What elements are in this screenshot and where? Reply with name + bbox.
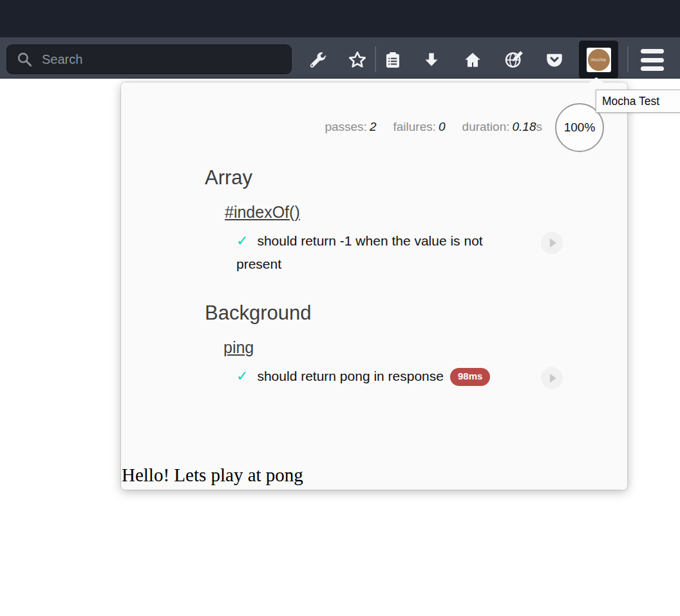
toolbar-separator: [627, 46, 628, 72]
replay-test-button[interactable]: [541, 367, 563, 389]
web-annotate-extension-button[interactable]: [500, 41, 528, 79]
stat-passes: passes:2: [325, 120, 376, 134]
test-row[interactable]: ✓should return -1 when the value is not …: [236, 229, 523, 276]
menu-button[interactable]: [641, 49, 664, 75]
toolbar-separator: [375, 46, 376, 72]
tooltip: Mocha Test: [596, 90, 680, 113]
browser-window: mocha passes:2 failures:0 duration:0.18s…: [0, 0, 680, 616]
mocha-icon-label: mocha: [591, 57, 607, 62]
developer-tools-button[interactable]: [303, 41, 332, 79]
test-row[interactable]: ✓should return pong in response98ms: [236, 365, 623, 388]
page-greeting-text: Hello! Lets play at pong: [122, 465, 303, 486]
reading-list-icon: [383, 50, 402, 70]
globe-pencil-icon: [504, 50, 524, 70]
wrench-icon: [308, 50, 327, 70]
home-button[interactable]: [458, 41, 487, 79]
replay-test-button[interactable]: [541, 232, 563, 254]
play-icon: [550, 374, 556, 383]
window-title-strip: [0, 0, 680, 37]
suite-title-ping[interactable]: ping: [223, 338, 254, 357]
pocket-button[interactable]: [540, 41, 569, 79]
mocha-extension-icon: mocha: [587, 48, 611, 72]
search-icon: [16, 51, 33, 68]
suite-title-array[interactable]: Array: [205, 166, 252, 189]
duration-badge: 98ms: [450, 368, 490, 386]
tooltip-label: Mocha Test: [602, 95, 659, 108]
popup-anchor-arrow: [578, 77, 614, 90]
test-title: should return -1 when the value is not p…: [236, 233, 483, 271]
mocha-popup-panel: passes:2 failures:0 duration:0.18s 100% …: [121, 82, 627, 490]
pass-check-icon: ✓: [236, 233, 248, 249]
stat-duration: duration:0.18s: [462, 120, 542, 134]
suite-title-background[interactable]: Background: [205, 302, 311, 325]
test-title: should return pong in response: [257, 369, 444, 383]
menu-icon: [641, 49, 664, 53]
mocha-extension-button[interactable]: mocha: [579, 41, 618, 79]
search-field[interactable]: [6, 44, 292, 74]
mocha-stats: passes:2 failures:0 duration:0.18s: [325, 120, 542, 134]
bookmark-star-button[interactable]: [343, 41, 372, 79]
reading-list-button[interactable]: [379, 41, 407, 79]
home-icon: [463, 50, 482, 70]
play-icon: [550, 238, 556, 247]
pocket-icon: [545, 50, 564, 70]
pass-check-icon: ✓: [236, 368, 248, 384]
stat-failures: failures:0: [393, 120, 445, 134]
suite-title-indexof[interactable]: #indexOf(): [225, 203, 300, 222]
download-arrow-icon: [422, 50, 441, 70]
search-input[interactable]: [42, 52, 261, 67]
star-icon: [347, 50, 368, 70]
downloads-button[interactable]: [417, 41, 446, 79]
progress-percent: 100%: [564, 120, 596, 135]
